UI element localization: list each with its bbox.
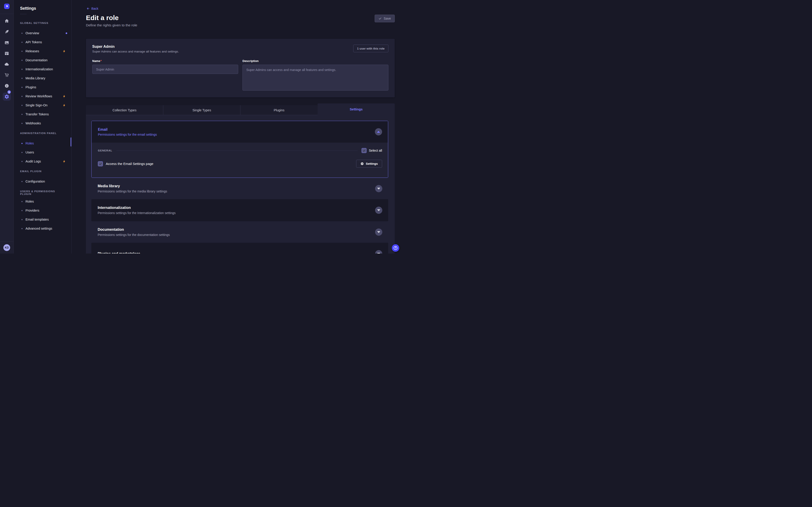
save-label: Save [384, 17, 391, 20]
sidebar-item-configuration[interactable]: Configuration [14, 177, 71, 186]
accordion-documentation[interactable]: Documentation Permissions settings for t… [91, 221, 388, 243]
select-all-control: Select all [362, 148, 382, 153]
content-manager-icon[interactable] [0, 26, 13, 37]
tab-single-types[interactable]: Single Types [163, 105, 241, 115]
home-icon[interactable] [0, 15, 13, 26]
sidebar-item-audit-logs[interactable]: Audit Logs [14, 157, 71, 166]
rail-icons: 1 [0, 15, 13, 102]
sidebar-item-single-sign-on[interactable]: Single Sign-On [14, 101, 71, 110]
sidebar-item-roles-active[interactable]: Roles [14, 139, 71, 148]
sidebar-item-api-tokens[interactable]: API Tokens [14, 38, 71, 47]
sidebar-item-label: Users [26, 151, 34, 154]
accordion-plugins-marketplace[interactable]: Plugins and marketplace [91, 243, 388, 253]
sidebar-item-review-workflows[interactable]: Review Workflows [14, 92, 71, 101]
sidebar-item-up-roles[interactable]: Roles [14, 197, 71, 206]
sidebar-item-label: Configuration [26, 180, 45, 183]
tab-plugins[interactable]: Plugins [240, 105, 317, 115]
general-divider [116, 151, 357, 151]
sidebar-item-media-library[interactable]: Media Library [14, 74, 71, 83]
active-item-indicator [70, 137, 71, 147]
accordion-media-library-titles: Media library Permissions settings for t… [98, 184, 167, 193]
tab-settings[interactable]: Settings [317, 103, 395, 115]
settings-gear-nav[interactable]: 1 [0, 91, 13, 102]
accordion-email-header[interactable]: Email Permissions settings for the email… [92, 121, 388, 143]
strapi-logo[interactable] [4, 4, 9, 9]
accordion-title: Documentation [98, 228, 170, 232]
role-card-titles: Super Admin Super Admins can access and … [92, 45, 179, 53]
user-avatar[interactable]: KD [3, 244, 10, 251]
expand-media-library-button[interactable] [375, 185, 382, 192]
sidebar-item-documentation[interactable]: Documentation [14, 56, 71, 65]
bullet-icon [21, 78, 22, 79]
sidebar-item-label: Internationalization [26, 67, 53, 71]
access-email-settings-checkbox[interactable] [98, 161, 103, 166]
sidebar-item-label: Advanced settings [26, 227, 52, 230]
accordion-email-title: Email [98, 127, 157, 131]
media-library-icon[interactable] [0, 37, 13, 48]
description-field[interactable]: Super Admins can access and manage all f… [243, 65, 389, 91]
accordion-email: Email Permissions settings for the email… [91, 121, 388, 178]
role-fields: Name* Description Super Admins can acces… [92, 59, 389, 92]
users-with-role-button[interactable]: 1 user with this role [353, 45, 389, 52]
chevron-down-icon [377, 188, 380, 189]
sidebar-item-plugins[interactable]: Plugins [14, 83, 71, 92]
sidebar-item-internationalization[interactable]: Internationalization [14, 65, 71, 74]
bullet-icon [21, 181, 22, 182]
permissions-panel: Email Permissions settings for the email… [86, 115, 395, 253]
sidebar-item-overview[interactable]: Overview [14, 29, 71, 38]
sidebar-item-label: API Tokens [26, 40, 42, 44]
accordion-title: Internationalization [98, 206, 176, 210]
description-label: Description [243, 59, 259, 63]
sidebar-item-label: Review Workflows [26, 95, 52, 98]
expand-documentation-button[interactable] [375, 228, 382, 236]
sidebar-item-releases[interactable]: Releases [14, 47, 71, 56]
bullet-icon [21, 87, 22, 88]
bullet-icon [21, 219, 22, 220]
email-permission-control: Access the Email Settings page [98, 161, 153, 166]
info-icon[interactable] [0, 80, 13, 91]
chevron-down-icon [377, 253, 380, 253]
role-name-heading: Super Admin [92, 45, 179, 49]
check-icon [362, 149, 366, 152]
accordion-internationalization[interactable]: Internationalization Permissions setting… [91, 199, 388, 221]
accordion-media-library[interactable]: Media library Permissions settings for t… [91, 178, 388, 199]
check-icon [99, 162, 102, 165]
sidebar-item-label: Webhooks [26, 121, 41, 125]
collapse-email-button[interactable] [375, 128, 382, 135]
question-mark-icon [393, 245, 398, 250]
expand-plugins-marketplace-button[interactable] [375, 250, 382, 253]
tab-collection-types[interactable]: Collection Types [86, 105, 163, 115]
sidebar-item-providers[interactable]: Providers [14, 206, 71, 215]
marketplace-cart-icon[interactable] [0, 70, 13, 80]
page-subtitle: Define the rights given to the role [86, 23, 395, 27]
expand-internationalization-button[interactable] [375, 207, 382, 214]
select-all-checkbox[interactable] [362, 148, 366, 153]
accordion-subtitle: Permissions settings for the Internation… [98, 211, 176, 215]
required-asterisk: * [100, 59, 101, 63]
sidebar-item-email-templates[interactable]: Email templates [14, 215, 71, 224]
sidebar-item-transfer-tokens[interactable]: Transfer Tokens [14, 110, 71, 119]
lightning-icon [62, 95, 66, 98]
save-button[interactable]: Save [375, 15, 395, 22]
permissions-tabs: Collection Types Single Types Plugins Se… [86, 103, 395, 115]
help-button[interactable] [392, 244, 399, 252]
sidebar-item-users[interactable]: Users [14, 148, 71, 157]
rail-divider [0, 14, 13, 14]
sidebar-item-label: Providers [26, 209, 39, 212]
bullet-icon [21, 69, 22, 70]
sidebar-item-advanced-settings[interactable]: Advanced settings [14, 224, 71, 233]
email-settings-button-label: Settings [366, 162, 378, 165]
back-link[interactable]: Back [86, 7, 98, 10]
role-description-text: Super Admins can access and manage all f… [92, 50, 179, 53]
sidebar-item-label: Releases [26, 49, 39, 53]
group-label-administration-panel: ADMINISTRATION PANEL [14, 132, 71, 135]
email-permission-row: Access the Email Settings page Settings [98, 160, 382, 168]
email-settings-button[interactable]: Settings [356, 160, 382, 168]
sidebar-item-label: Media Library [26, 76, 45, 80]
name-field[interactable] [92, 65, 238, 74]
sidebar-item-webhooks[interactable]: Webhooks [14, 119, 71, 128]
general-permissions-row: GENERAL Select all [98, 148, 382, 153]
content-type-builder-icon[interactable] [0, 48, 13, 59]
cloud-deploy-icon[interactable] [0, 59, 13, 70]
settings-subnav: Settings GLOBAL SETTINGS Overview API To… [14, 0, 71, 253]
